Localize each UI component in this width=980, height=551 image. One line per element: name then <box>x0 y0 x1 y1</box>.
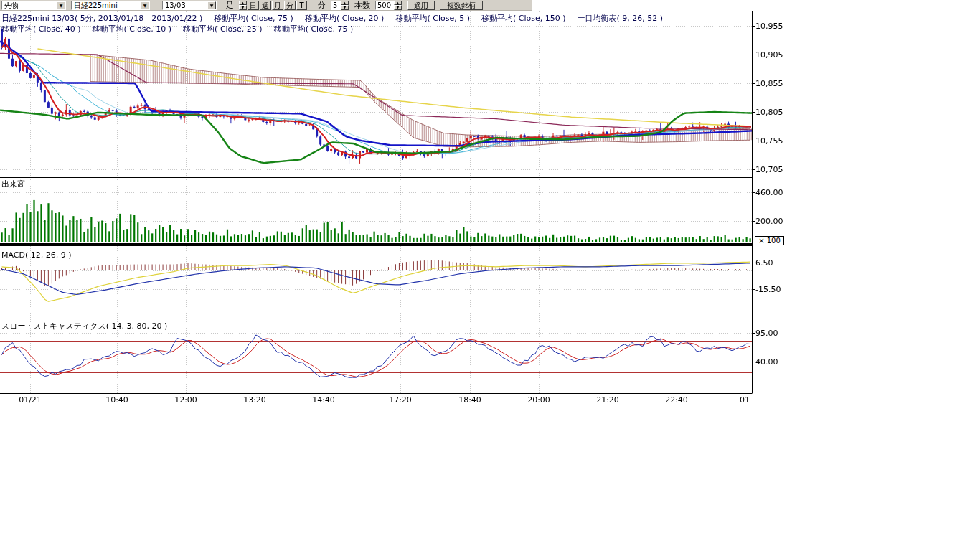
symbol-select[interactable]: 日経225mini ▼ <box>71 1 150 10</box>
macd-panel-label: MACD( 12, 26, 9 ) <box>1 250 72 260</box>
volume-multiplier-box: × 100 <box>755 236 784 245</box>
time-axis-label: 12:00 <box>174 395 197 405</box>
price-axis-label: 10,705 <box>755 165 783 174</box>
period-buttons: 日週月分T <box>248 1 307 10</box>
minute-value: 5 <box>333 1 341 9</box>
price-axis-label: 10,855 <box>755 79 783 88</box>
chart-title-line2: 移動平均( Close, 40 )移動平均( Close, 10 )移動平均( … <box>1 24 353 34</box>
macd-axis-label: -15.50 <box>755 285 781 294</box>
chart-title-line1: 日経225mini 13/03( 5分, 2013/01/18 - 2013/0… <box>1 13 663 24</box>
spin-down-icon[interactable]: ▼ <box>341 5 349 10</box>
time-axis-label: 18:40 <box>458 395 481 405</box>
time-axis-label: 21:20 <box>596 395 619 405</box>
bars-spinner[interactable]: ▲▼ <box>394 1 402 10</box>
market-select[interactable]: 先物 ▼ <box>1 1 66 10</box>
time-axis-label: 01 <box>740 395 750 405</box>
volume-panel-label: 出来高 <box>1 179 25 189</box>
legend-segment: 移動平均( Close, 75 ) <box>214 13 293 24</box>
contract-select[interactable]: 13/03 ▼ <box>162 1 217 10</box>
chevron-down-icon[interactable]: ▼ <box>141 1 149 9</box>
time-axis-label: 17:20 <box>389 395 412 405</box>
time-axis-label: 14:40 <box>312 395 335 405</box>
toolbar: 先物 ▼ 日経225mini ▼ 13/03 ▼ 足 ▲▼ 日週月分T 分 5 … <box>0 0 532 11</box>
chevron-down-icon[interactable]: ▼ <box>57 1 65 9</box>
bars-value: 500 <box>377 1 394 9</box>
minute-spinner[interactable]: ▲▼ <box>341 1 349 10</box>
bars-label: 本数 <box>354 0 370 11</box>
minute-input[interactable]: 5 ▲▼ <box>331 1 349 10</box>
period-button-3[interactable]: 分 <box>284 1 296 10</box>
legend-segment: 移動平均( Close, 5 ) <box>395 13 470 24</box>
period-button-group: ▲▼ 日週月分T <box>239 1 307 10</box>
time-axis-label: 10:40 <box>105 395 128 405</box>
market-select-value: 先物 <box>2 1 57 9</box>
legend-segment: 移動平均( Close, 10 ) <box>93 24 172 34</box>
time-axis-label: 13:20 <box>243 395 266 405</box>
time-axis-label: 22:40 <box>665 395 688 405</box>
volume-axis-label: 200.00 <box>755 217 783 226</box>
symbol-select-value: 日経225mini <box>72 1 141 9</box>
chart-canvas[interactable] <box>0 0 789 402</box>
legend-segment: 移動平均( Close, 20 ) <box>305 13 385 24</box>
legend-segment: 移動平均( Close, 25 ) <box>183 24 263 34</box>
multi-symbol-button[interactable]: 複数銘柄 <box>440 1 483 10</box>
apply-button[interactable]: 適用 <box>407 1 435 10</box>
legend-segment: 移動平均( Close, 75 ) <box>274 24 354 34</box>
period-button-1[interactable]: 週 <box>260 1 271 10</box>
chevron-down-icon[interactable]: ▼ <box>207 1 216 9</box>
ashi-label: 足 <box>226 0 234 11</box>
spin-down-icon[interactable]: ▼ <box>239 5 247 10</box>
price-axis-label: 10,905 <box>755 50 783 60</box>
period-button-0[interactable]: 日 <box>248 1 259 10</box>
stoch-axis-label: 95.00 <box>755 329 778 338</box>
stoch-axis-label: 40.00 <box>755 357 778 367</box>
volume-axis-label: 460.00 <box>755 188 783 197</box>
price-axis-label: 10,755 <box>755 136 783 146</box>
contract-select-value: 13/03 <box>163 1 207 9</box>
period-button-4[interactable]: T <box>296 1 307 10</box>
legend-segment: 日経225mini 13/03( 5分, 2013/01/18 - 2013/0… <box>1 13 202 24</box>
period-button-2[interactable]: 月 <box>272 1 283 10</box>
bars-input[interactable]: 500 ▲▼ <box>375 1 402 10</box>
legend-segment: 移動平均( Close, 40 ) <box>1 24 81 34</box>
spin-down-icon[interactable]: ▼ <box>394 5 402 10</box>
macd-axis-label: 6.50 <box>755 258 773 268</box>
minute-label: 分 <box>318 0 326 11</box>
time-axis-label: 20:00 <box>527 395 550 405</box>
time-axis-label: 01/21 <box>19 395 42 405</box>
period-spinner[interactable]: ▲▼ <box>239 1 247 10</box>
price-axis-label: 10,955 <box>755 22 783 31</box>
price-axis-label: 10,805 <box>755 108 783 117</box>
legend-segment: 一目均衡表( 9, 26, 52 ) <box>578 13 664 24</box>
legend-segment: 移動平均( Close, 150 ) <box>481 13 566 24</box>
stoch-panel-label: スロー・ストキャスティクス( 14, 3, 80, 20 ) <box>1 321 167 331</box>
